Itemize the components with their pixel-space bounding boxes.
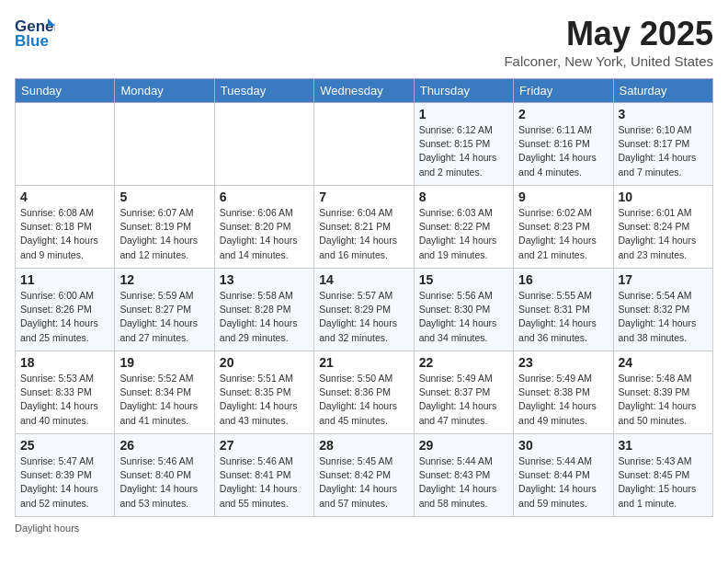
calendar-cell: 30Sunrise: 5:44 AM Sunset: 8:44 PM Dayli… [514,434,613,517]
day-number: 21 [319,355,408,370]
day-number: 31 [619,438,708,453]
day-number: 27 [220,438,309,453]
day-number: 25 [20,438,109,453]
day-info: Sunrise: 5:49 AM Sunset: 8:38 PM Dayligh… [518,372,608,428]
day-info: Sunrise: 5:55 AM Sunset: 8:31 PM Dayligh… [518,289,608,345]
day-info: Sunrise: 5:46 AM Sunset: 8:41 PM Dayligh… [220,454,309,511]
svg-text:Blue: Blue [15,32,49,48]
day-info: Sunrise: 6:08 AM Sunset: 8:18 PM Dayligh… [20,206,109,262]
calendar-cell: 20Sunrise: 5:51 AM Sunset: 8:35 PM Dayli… [214,351,313,434]
calendar-week-row: 11Sunrise: 6:00 AM Sunset: 8:26 PM Dayli… [16,269,713,351]
calendar-day-header: Wednesday [314,79,414,103]
calendar-cell: 27Sunrise: 5:46 AM Sunset: 8:41 PM Dayli… [214,434,313,517]
day-info: Sunrise: 5:51 AM Sunset: 8:35 PM Dayligh… [220,372,309,428]
day-info: Sunrise: 5:46 AM Sunset: 8:40 PM Dayligh… [119,454,209,511]
calendar-cell [314,103,414,186]
calendar-cell: 13Sunrise: 5:58 AM Sunset: 8:28 PM Dayli… [214,269,313,351]
day-number: 5 [119,190,209,204]
day-number: 30 [518,438,608,453]
calendar-cell: 1Sunrise: 6:12 AM Sunset: 8:15 PM Daylig… [414,103,513,186]
calendar-cell: 16Sunrise: 5:55 AM Sunset: 8:31 PM Dayli… [514,269,613,351]
day-number: 23 [518,355,608,370]
day-info: Sunrise: 5:50 AM Sunset: 8:36 PM Dayligh… [319,372,408,428]
day-info: Sunrise: 6:02 AM Sunset: 8:23 PM Dayligh… [518,206,608,262]
day-info: Sunrise: 5:44 AM Sunset: 8:43 PM Dayligh… [419,454,508,511]
day-number: 3 [619,107,708,121]
day-number: 8 [419,190,508,204]
calendar-cell: 8Sunrise: 6:03 AM Sunset: 8:22 PM Daylig… [414,186,513,269]
day-number: 24 [619,355,708,370]
footer: Daylight hours [15,523,713,534]
day-number: 28 [319,438,408,453]
calendar-cell: 29Sunrise: 5:44 AM Sunset: 8:43 PM Dayli… [414,434,513,517]
day-info: Sunrise: 5:49 AM Sunset: 8:37 PM Dayligh… [419,372,508,428]
calendar-day-header: Monday [115,79,214,103]
calendar-cell: 24Sunrise: 5:48 AM Sunset: 8:39 PM Dayli… [613,351,712,434]
calendar-day-header: Sunday [16,79,115,103]
day-number: 10 [619,190,708,204]
calendar-cell: 18Sunrise: 5:53 AM Sunset: 8:33 PM Dayli… [16,351,115,434]
day-info: Sunrise: 6:12 AM Sunset: 8:15 PM Dayligh… [419,123,508,179]
day-info: Sunrise: 5:47 AM Sunset: 8:39 PM Dayligh… [20,454,109,511]
day-number: 18 [20,355,109,370]
day-number: 16 [518,272,608,287]
calendar-day-header: Saturday [613,79,712,103]
day-info: Sunrise: 5:44 AM Sunset: 8:44 PM Dayligh… [518,454,608,511]
calendar-cell: 28Sunrise: 5:45 AM Sunset: 8:42 PM Dayli… [314,434,414,517]
day-info: Sunrise: 6:07 AM Sunset: 8:19 PM Dayligh… [119,206,209,262]
day-number: 15 [419,272,508,287]
day-info: Sunrise: 6:00 AM Sunset: 8:26 PM Dayligh… [20,289,109,345]
month-title: May 2025 [504,15,713,53]
calendar-cell: 11Sunrise: 6:00 AM Sunset: 8:26 PM Dayli… [16,269,115,351]
calendar-cell: 6Sunrise: 6:06 AM Sunset: 8:20 PM Daylig… [214,186,313,269]
location: Falconer, New York, United States [504,53,713,69]
day-number: 26 [119,438,209,453]
calendar-cell: 5Sunrise: 6:07 AM Sunset: 8:19 PM Daylig… [115,186,214,269]
calendar-cell [16,103,115,186]
calendar-cell: 22Sunrise: 5:49 AM Sunset: 8:37 PM Dayli… [414,351,513,434]
day-number: 12 [119,272,209,287]
calendar-day-header: Friday [514,79,613,103]
day-info: Sunrise: 5:57 AM Sunset: 8:29 PM Dayligh… [319,289,408,345]
day-info: Sunrise: 5:43 AM Sunset: 8:45 PM Dayligh… [619,454,708,511]
day-info: Sunrise: 5:48 AM Sunset: 8:39 PM Dayligh… [619,372,708,428]
calendar-week-row: 25Sunrise: 5:47 AM Sunset: 8:39 PM Dayli… [16,434,713,517]
calendar-cell: 26Sunrise: 5:46 AM Sunset: 8:40 PM Dayli… [115,434,214,517]
day-number: 22 [419,355,508,370]
day-info: Sunrise: 6:06 AM Sunset: 8:20 PM Dayligh… [220,206,309,262]
calendar-cell: 4Sunrise: 6:08 AM Sunset: 8:18 PM Daylig… [16,186,115,269]
calendar-cell: 12Sunrise: 5:59 AM Sunset: 8:27 PM Dayli… [115,269,214,351]
calendar-cell: 3Sunrise: 6:10 AM Sunset: 8:17 PM Daylig… [613,103,712,186]
day-number: 20 [220,355,309,370]
day-info: Sunrise: 5:56 AM Sunset: 8:30 PM Dayligh… [419,289,508,345]
calendar-cell [214,103,313,186]
day-info: Sunrise: 5:52 AM Sunset: 8:34 PM Dayligh… [119,372,209,428]
calendar-day-header: Tuesday [214,79,313,103]
calendar-table: SundayMondayTuesdayWednesdayThursdayFrid… [15,78,713,517]
day-number: 1 [419,107,508,121]
calendar-cell: 10Sunrise: 6:01 AM Sunset: 8:24 PM Dayli… [613,186,712,269]
calendar-header-row: SundayMondayTuesdayWednesdayThursdayFrid… [16,79,713,103]
title-area: May 2025 Falconer, New York, United Stat… [504,15,713,69]
day-info: Sunrise: 5:54 AM Sunset: 8:32 PM Dayligh… [619,289,708,345]
day-info: Sunrise: 6:01 AM Sunset: 8:24 PM Dayligh… [619,206,708,262]
day-info: Sunrise: 5:45 AM Sunset: 8:42 PM Dayligh… [319,454,408,511]
day-number: 7 [319,190,408,204]
calendar-week-row: 1Sunrise: 6:12 AM Sunset: 8:15 PM Daylig… [16,103,713,186]
calendar-week-row: 18Sunrise: 5:53 AM Sunset: 8:33 PM Dayli… [16,351,713,434]
calendar-body: 1Sunrise: 6:12 AM Sunset: 8:15 PM Daylig… [16,103,713,517]
day-info: Sunrise: 6:04 AM Sunset: 8:21 PM Dayligh… [319,206,408,262]
calendar-cell: 23Sunrise: 5:49 AM Sunset: 8:38 PM Dayli… [514,351,613,434]
daylight-label: Daylight hours [15,523,79,534]
day-info: Sunrise: 6:03 AM Sunset: 8:22 PM Dayligh… [419,206,508,262]
day-number: 11 [20,272,109,287]
calendar-cell: 15Sunrise: 5:56 AM Sunset: 8:30 PM Dayli… [414,269,513,351]
calendar-cell: 31Sunrise: 5:43 AM Sunset: 8:45 PM Dayli… [613,434,712,517]
calendar-day-header: Thursday [414,79,513,103]
calendar-cell: 2Sunrise: 6:11 AM Sunset: 8:16 PM Daylig… [514,103,613,186]
day-number: 6 [220,190,309,204]
day-number: 29 [419,438,508,453]
day-number: 19 [119,355,209,370]
day-number: 2 [518,107,608,121]
day-number: 13 [220,272,309,287]
